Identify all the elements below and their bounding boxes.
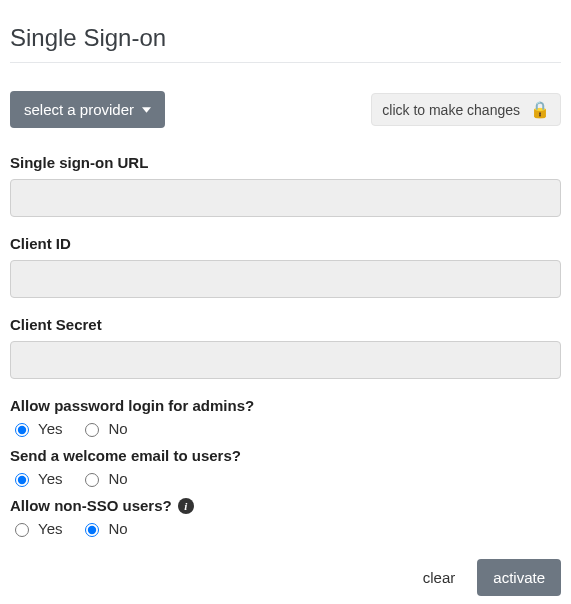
admin-password-login-label: Allow password login for admins? [10, 397, 561, 414]
client-id-label: Client ID [10, 235, 561, 252]
client-secret-input[interactable] [10, 341, 561, 379]
lock-icon: 🔒 [530, 100, 550, 119]
allow-non-sso-no-radio[interactable] [85, 523, 99, 537]
admin-password-login-no-radio[interactable] [85, 423, 99, 437]
client-secret-label: Client Secret [10, 316, 561, 333]
allow-non-sso-options: Yes No [10, 520, 561, 537]
sso-url-label: Single sign-on URL [10, 154, 561, 171]
admin-password-login-yes-label: Yes [38, 420, 62, 437]
welcome-email-no[interactable]: No [80, 470, 127, 487]
footer-row: clear activate [10, 559, 561, 596]
welcome-email-yes-radio[interactable] [15, 473, 29, 487]
select-provider-label: select a provider [24, 101, 134, 118]
admin-password-login-yes[interactable]: Yes [10, 420, 62, 437]
unlock-button[interactable]: click to make changes 🔒 [371, 93, 561, 126]
welcome-email-no-label: No [108, 470, 127, 487]
admin-password-login-yes-radio[interactable] [15, 423, 29, 437]
welcome-email-label: Send a welcome email to users? [10, 447, 561, 464]
welcome-email-yes-label: Yes [38, 470, 62, 487]
admin-password-login-no-label: No [108, 420, 127, 437]
admin-password-login-options: Yes No [10, 420, 561, 437]
allow-non-sso-no-label: No [108, 520, 127, 537]
welcome-email-yes[interactable]: Yes [10, 470, 62, 487]
sso-url-input[interactable] [10, 179, 561, 217]
welcome-email-options: Yes No [10, 470, 561, 487]
allow-non-sso-yes-radio[interactable] [15, 523, 29, 537]
info-icon[interactable]: i [178, 498, 194, 514]
allow-non-sso-no[interactable]: No [80, 520, 127, 537]
allow-non-sso-label: Allow non-SSO users? [10, 497, 172, 514]
divider [10, 62, 561, 63]
allow-non-sso-label-row: Allow non-SSO users? i [10, 497, 561, 514]
client-id-input[interactable] [10, 260, 561, 298]
unlock-button-label: click to make changes [382, 102, 520, 118]
admin-password-login-no[interactable]: No [80, 420, 127, 437]
select-provider-button[interactable]: select a provider [10, 91, 165, 128]
field-client-secret: Client Secret [10, 316, 561, 379]
page-title: Single Sign-on [10, 24, 561, 52]
field-client-id: Client ID [10, 235, 561, 298]
field-sso-url: Single sign-on URL [10, 154, 561, 217]
activate-button[interactable]: activate [477, 559, 561, 596]
clear-button[interactable]: clear [415, 563, 464, 592]
allow-non-sso-yes[interactable]: Yes [10, 520, 62, 537]
chevron-down-icon [142, 107, 151, 113]
welcome-email-no-radio[interactable] [85, 473, 99, 487]
top-row: select a provider click to make changes … [10, 91, 561, 128]
allow-non-sso-yes-label: Yes [38, 520, 62, 537]
